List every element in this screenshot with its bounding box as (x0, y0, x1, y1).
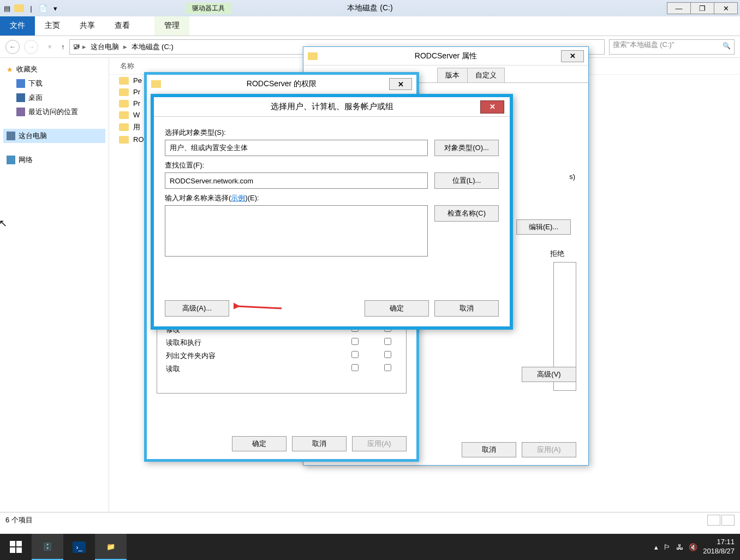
permissions-list-wrap: 修改读取和执行列出文件夹内容读取 (157, 323, 407, 394)
label-text: )(E): (245, 194, 259, 202)
svg-rect-2 (16, 541, 22, 546)
properties-icon[interactable]: 📄 (38, 3, 48, 13)
folder-icon (119, 136, 129, 144)
breadcrumb-drive[interactable]: 本地磁盘 (C:) (129, 41, 176, 53)
sidebar-label: 最近访问的位置 (28, 107, 78, 117)
tab-view[interactable]: 查看 (105, 16, 140, 35)
tab-share[interactable]: 共享 (70, 16, 105, 35)
titlebar: ▤ | 📄 ▾ 驱动器工具 本地磁盘 (C:) — ❐ ✕ (0, 0, 740, 16)
advanced-button[interactable]: 高级(V) (522, 367, 576, 382)
clock-time: 17:11 (703, 538, 735, 547)
contextual-tab-label: 驱动器工具 (186, 3, 231, 14)
file-tab[interactable]: 文件 (0, 16, 35, 35)
view-details-button[interactable] (707, 515, 720, 526)
allow-checkbox[interactable] (351, 338, 359, 345)
nav-up-button[interactable]: ↑ (61, 43, 65, 51)
nav-recent-dropdown[interactable]: ▾ (43, 40, 57, 54)
desktop-icon (16, 93, 25, 102)
object-types-button[interactable]: 对象类型(O)... (434, 140, 499, 156)
tab-custom[interactable]: 自定义 (467, 68, 505, 82)
sidebar-downloads[interactable]: 下载 (3, 76, 105, 91)
sidebar-label: 这台电脑 (19, 131, 47, 141)
tray-up-icon[interactable]: ▴ (654, 543, 658, 551)
deny-checkbox[interactable] (384, 364, 391, 371)
cancel-button[interactable]: 取消 (462, 442, 516, 457)
start-button[interactable] (0, 534, 32, 560)
taskbar-powershell[interactable]: ›_ (63, 534, 95, 560)
tab-home[interactable]: 主页 (35, 16, 70, 35)
close-button[interactable]: ✕ (480, 100, 504, 114)
apply-button[interactable]: 应用(A) (522, 442, 576, 457)
permissions-list[interactable]: 修改读取和执行列出文件夹内容读取 (157, 323, 407, 394)
dialog-titlebar[interactable]: RODCServer 属性 ✕ (303, 47, 588, 65)
dialog-buttons: 确定 取消 应用(A) (232, 436, 407, 451)
dialog-titlebar[interactable]: RODCServer 的权限 ✕ (147, 75, 416, 93)
allow-checkbox[interactable] (351, 364, 359, 371)
check-names-button[interactable]: 检查名称(C) (434, 205, 499, 222)
flag-icon[interactable]: 🏳 (664, 543, 671, 551)
nav-back-button[interactable]: ← (5, 40, 20, 54)
folder-name: RO (133, 135, 144, 144)
volume-icon[interactable]: 🔇 (689, 543, 697, 551)
network-tray-icon[interactable]: 🖧 (676, 543, 683, 551)
star-icon: ★ (7, 65, 13, 74)
folder-icon (119, 123, 129, 131)
recent-icon (16, 108, 25, 116)
close-button[interactable]: ✕ (389, 78, 412, 90)
status-bar: 6 个项目 (0, 512, 740, 527)
object-names-input[interactable] (165, 205, 428, 257)
window-controls: — ❐ ✕ (667, 2, 738, 14)
dropdown-icon[interactable]: ▾ (50, 3, 60, 13)
cancel-button[interactable]: 取消 (434, 300, 499, 317)
breadcrumb-pc[interactable]: 这台电脑 (88, 41, 121, 53)
folder-icon (119, 88, 129, 96)
deny-checkbox[interactable] (384, 351, 391, 358)
sidebar-desktop[interactable]: 桌面 (3, 91, 105, 105)
close-button[interactable]: ✕ (714, 2, 738, 14)
advanced-button[interactable]: 高级(A)... (165, 300, 229, 317)
ok-button[interactable]: 确定 (365, 300, 429, 317)
tab-manage[interactable]: 管理 (154, 16, 189, 35)
tab-version[interactable]: 版本 (437, 68, 468, 82)
folder-icon (14, 3, 24, 13)
edit-button[interactable]: 编辑(E)... (516, 219, 571, 235)
folder-name: Pr (133, 88, 140, 96)
maximize-button[interactable]: ❐ (690, 2, 714, 14)
folder-icon (151, 80, 161, 88)
ok-button[interactable]: 确定 (232, 436, 287, 451)
clock[interactable]: 17:11 2018/8/27 (703, 538, 735, 556)
locations-button[interactable]: 位置(L)... (434, 172, 499, 189)
clock-date: 2018/8/27 (703, 547, 735, 556)
location-field[interactable] (165, 172, 428, 189)
dialog-titlebar[interactable]: 选择用户、计算机、服务帐户或组 ✕ (154, 97, 510, 117)
view-icons-button[interactable] (721, 515, 735, 526)
object-names-label: 输入对象名称来选择(示例)(E): (165, 193, 499, 203)
apply-button[interactable]: 应用(A) (352, 436, 407, 451)
minimize-button[interactable]: — (667, 2, 691, 14)
search-input[interactable]: 搜索"本地磁盘 (C:)" (609, 39, 735, 55)
sidebar-network[interactable]: 网络 (3, 153, 105, 167)
deny-checkbox[interactable] (384, 338, 391, 345)
nav-forward-button[interactable]: → (24, 40, 38, 54)
computer-icon (7, 132, 15, 140)
taskbar: 🗄️ ›_ 📁 ▴ 🏳 🖧 🔇 17:11 2018/8/27 (0, 534, 740, 560)
examples-link[interactable]: 示例 (231, 194, 245, 202)
svg-rect-3 (10, 547, 15, 553)
sidebar-thispc[interactable]: 这台电脑 (3, 129, 105, 143)
permission-row: 读取 (157, 362, 406, 376)
dialog-title: RODCServer 的权限 (147, 79, 416, 89)
permission-name: 读取和执行 (159, 338, 338, 348)
sidebar-label: 收藏夹 (16, 64, 38, 74)
object-type-field[interactable] (165, 140, 428, 156)
taskbar-file-explorer[interactable]: 📁 (95, 534, 127, 560)
sidebar-recent[interactable]: 最近访问的位置 (3, 105, 105, 119)
window-menu-icon[interactable]: ▤ (2, 3, 12, 13)
taskbar-server-manager[interactable]: 🗄️ (32, 534, 63, 560)
cancel-button[interactable]: 取消 (292, 436, 347, 451)
close-button[interactable]: ✕ (561, 50, 584, 62)
dialog-body: 选择此对象类型(S): 对象类型(O)... 查找位置(F): 位置(L)...… (154, 117, 510, 263)
allow-checkbox[interactable] (351, 351, 359, 358)
location-label: 查找位置(F): (165, 160, 499, 170)
folder-icon (119, 77, 129, 85)
sidebar-favorites[interactable]: ★收藏夹 (3, 62, 105, 76)
